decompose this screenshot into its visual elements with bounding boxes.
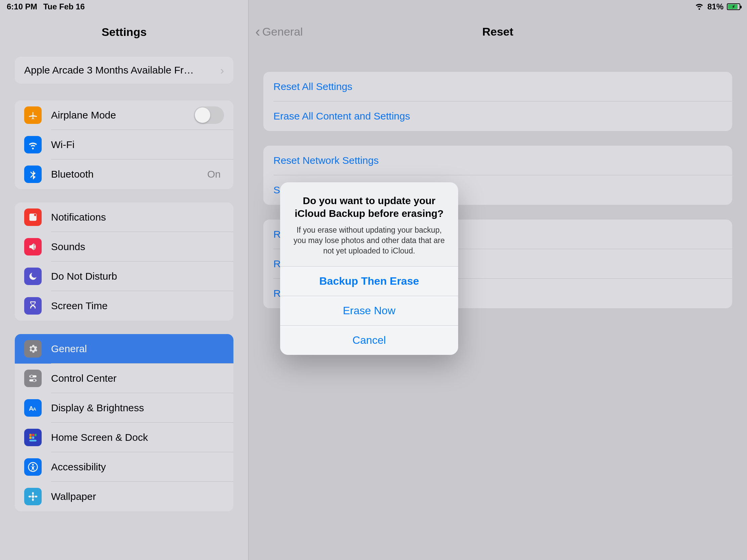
button-label: Erase Now [343,304,396,317]
erase-now-button[interactable]: Erase Now [280,296,458,325]
alert-title: Do you want to update your iCloud Backup… [291,194,447,219]
button-label: Cancel [352,334,386,346]
button-label: Backup Then Erase [319,275,419,287]
cancel-button[interactable]: Cancel [280,325,458,355]
backup-alert: Do you want to update your iCloud Backup… [280,182,458,355]
alert-message: If you erase without updating your backu… [291,225,447,256]
alert-body: Do you want to update your iCloud Backup… [280,182,458,266]
backup-then-erase-button[interactable]: Backup Then Erase [280,266,458,296]
